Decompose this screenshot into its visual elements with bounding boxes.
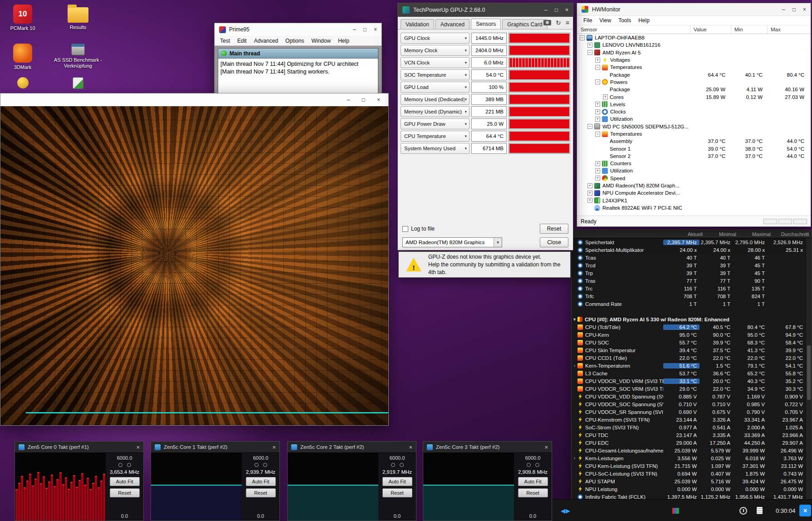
hwmonitor-row[interactable]: −LAPTOP-OHFAAEB8 xyxy=(577,34,811,41)
expand-toggle-icon[interactable]: + xyxy=(595,58,600,63)
tab-validation[interactable]: Validation xyxy=(401,19,434,29)
sensor-row[interactable]: Command Rate1 T1 T1 T xyxy=(572,300,806,308)
sensor-row[interactable]: Speichertakt2,395.7 MHz2,395.7 MHz2,795.… xyxy=(572,238,806,246)
hwmonitor-row[interactable]: +Speed xyxy=(577,175,811,182)
core-window-titlebar[interactable]: Zen5c Core 2 Takt (perf #2) × xyxy=(288,442,416,453)
sensor-name-dropdown[interactable]: Memory Used (Dynamic) ▾ xyxy=(401,106,470,117)
sensor-row[interactable]: NPU Leistung0.000 W0.000 W0.000 W0.000 W xyxy=(572,485,806,493)
menu-item-options[interactable]: Options xyxy=(282,38,308,44)
core-window-titlebar[interactable]: Zen5c Core 3 Takt (perf #2) × xyxy=(423,442,552,453)
maximize-button[interactable]: □ xyxy=(363,26,367,33)
maximize-button[interactable]: □ xyxy=(792,6,796,13)
maximize-button[interactable]: □ xyxy=(362,97,365,103)
sensor-row[interactable]: Tras77 T77 T90 T xyxy=(572,277,806,285)
sensor-row[interactable]: CPU VDDCR_VDD Spannung (SVI...0.885 V0.7… xyxy=(572,393,806,400)
sensor-row[interactable]: CPU TDC23.147 A3.335 A33.369 A23.966 A xyxy=(572,431,806,439)
hwmonitor-row[interactable]: +Clocks xyxy=(577,108,811,115)
sensor-row[interactable]: CPU-SoC-Leistung (SVI3 TFN)0.694 W0.407 … xyxy=(572,470,806,477)
close-icon[interactable]: × xyxy=(409,444,412,451)
menu-item-help[interactable]: Help xyxy=(635,17,653,24)
collapse-toggle-icon[interactable]: − xyxy=(595,79,600,84)
column-header-min[interactable]: Min xyxy=(731,25,767,34)
hamburger-menu-icon[interactable]: ≡ xyxy=(566,19,569,26)
sensor-row[interactable]: CPU VDDCR_SOC Spannung (SVI...0.710 V0.7… xyxy=(572,400,806,408)
expand-toggle-icon[interactable]: + xyxy=(587,198,592,203)
reset-button[interactable]: Reset xyxy=(246,488,276,497)
menu-item-help[interactable]: Help xyxy=(334,38,353,44)
close-button[interactable]: × xyxy=(565,7,568,13)
expand-toggle-icon[interactable]: + xyxy=(595,102,600,107)
hwmonitor-row[interactable]: −Powers xyxy=(577,79,811,86)
sensor-section-header[interactable]: ▾ CPU [#0]: AMD Ryzen AI 5 330 w/ Radeon… xyxy=(572,315,806,323)
auto-fit-button[interactable]: Auto Fit xyxy=(518,477,548,486)
radio-button[interactable] xyxy=(127,463,131,467)
radio-button[interactable] xyxy=(400,463,404,467)
close-icon[interactable]: × xyxy=(544,444,548,451)
checkbox-icon[interactable] xyxy=(402,226,408,232)
sensor-row[interactable]: CPU-Gesamt-Leistungsaufnahme25.039 W5.57… xyxy=(572,447,806,454)
collapse-toggle-icon[interactable]: − xyxy=(587,50,592,55)
column-header-max[interactable]: Max xyxy=(767,25,811,34)
minimize-button[interactable]: – xyxy=(782,6,785,13)
hwmonitor-row[interactable]: +Utilization xyxy=(577,167,811,174)
sensor-row[interactable]: CPU VDDCR_SOC VRM (SVI3 TFN)29.0 °C22.0 … xyxy=(572,385,806,393)
sensor-row[interactable]: Trfc708 T708 T824 T xyxy=(572,292,806,300)
close-button[interactable]: Close xyxy=(540,237,568,247)
hwmonitor-row[interactable]: Sensor 139.0 °C38.0 °C54.0 °C xyxy=(577,145,811,152)
sensor-row[interactable]: Trc116 T116 T135 T xyxy=(572,285,806,292)
close-app-tray-icon[interactable]: × xyxy=(799,500,811,521)
collapse-toggle-icon[interactable]: − xyxy=(580,35,585,40)
sensor-row[interactable]: ›Kern-Leistungen3.556 W0.025 W6.018 W3.7… xyxy=(572,454,806,462)
sensor-name-dropdown[interactable]: CPU Temperature ▾ xyxy=(401,131,470,142)
auto-fit-button[interactable]: Auto Fit xyxy=(110,477,140,486)
prime95-titlebar[interactable]: Prime95 – □ × xyxy=(215,23,382,36)
sensor-name-dropdown[interactable]: System Memory Used ▾ xyxy=(401,143,470,154)
menu-item-tools[interactable]: Tools xyxy=(615,17,635,24)
close-icon[interactable]: × xyxy=(136,444,140,451)
column-header-minimal[interactable]: Minimal xyxy=(705,231,739,237)
expand-toggle-icon[interactable]: + xyxy=(587,191,592,196)
sensor-name-dropdown[interactable]: GPU Clock ▾ xyxy=(401,33,470,44)
core-window-titlebar[interactable]: Zen5 Core 0 Takt (perf #1) × xyxy=(15,442,143,453)
sensor-name-dropdown[interactable]: Memory Used (Dedicated) ▾ xyxy=(401,94,470,105)
document-tray-icon[interactable] xyxy=(757,500,763,521)
desktop-icon-shortcut-1[interactable] xyxy=(0,77,50,88)
sensor-row[interactable]: Trp39 T39 T45 T xyxy=(572,269,806,277)
expand-toggle-icon[interactable]: + xyxy=(595,117,600,122)
activity-tray-icon[interactable] xyxy=(672,500,679,521)
hwmonitor-row[interactable]: −AMD Ryzen AI 5 xyxy=(577,49,811,56)
fractal-titlebar[interactable]: – □ × xyxy=(0,93,388,106)
hwmonitor-row[interactable]: Assembly37.0 °C37.0 °C44.0 °C xyxy=(577,138,811,145)
hwmonitor-row[interactable]: +Utilization xyxy=(577,115,811,123)
clock-tray-icon[interactable] xyxy=(739,500,747,521)
sensor-row[interactable]: CPU-Kern95.0 °C90.0 °C95.0 °C94.9 °C xyxy=(572,331,806,339)
sensor-row[interactable]: CPU-Kernstrom (SVI3 TFN)23.144 A3.326 A3… xyxy=(572,416,806,423)
sensor-row[interactable]: Speichertakt-Multiplikator24.00 x24.00 x… xyxy=(572,246,806,254)
sensor-name-dropdown[interactable]: GPU Power Draw ▾ xyxy=(401,118,470,129)
close-button[interactable]: × xyxy=(374,26,377,33)
desktop-icon-3dmark[interactable]: 3DMark xyxy=(0,44,50,70)
collapse-toggle-icon[interactable]: − xyxy=(595,65,600,70)
hwmonitor-row[interactable]: +Cores15.89 W0.12 W27.03 W xyxy=(577,93,811,100)
reset-button[interactable]: Reset xyxy=(110,488,140,497)
hwmonitor-row[interactable]: +LENOVO LNVNB161216 xyxy=(577,41,811,49)
dropdown-arrow-icon[interactable]: ▾ xyxy=(494,238,502,247)
expand-toggle-icon[interactable]: + xyxy=(595,176,600,181)
refresh-icon[interactable]: ↻ xyxy=(556,19,561,26)
sensor-row[interactable]: CPU VDDCR_VDD VRM (SVI3 TFN)33.1 °C20.0 … xyxy=(572,377,806,385)
menu-item-file[interactable]: File xyxy=(580,17,596,24)
sensor-row[interactable]: Tcas40 T40 T46 T xyxy=(572,254,806,261)
radio-button[interactable] xyxy=(535,463,539,467)
hwmonitor-row[interactable]: −Temperatures xyxy=(577,130,811,138)
sensor-name-dropdown[interactable]: Memory Clock ▾ xyxy=(401,45,470,56)
expand-toggle-icon[interactable]: + xyxy=(587,43,592,48)
scrollbar-thumb[interactable] xyxy=(807,345,811,400)
hwmonitor-row[interactable]: +AMD Radeon(TM) 820M Graph... xyxy=(577,182,811,189)
hwmonitor-row[interactable]: −WD PC SN5000S SDEPMSJ-512G... xyxy=(577,123,811,130)
log-to-file-checkbox[interactable]: Log to file xyxy=(402,226,435,232)
gpuz-titlebar[interactable]: TechPowerUp GPU-Z 2.68.0 – □ × xyxy=(398,3,573,17)
screenshot-camera-icon[interactable] xyxy=(543,20,551,25)
close-button[interactable]: × xyxy=(803,6,806,13)
auto-fit-button[interactable]: Auto Fit xyxy=(382,477,412,486)
hwmonitor-titlebar[interactable]: HWMonitor – □ × xyxy=(577,3,811,16)
